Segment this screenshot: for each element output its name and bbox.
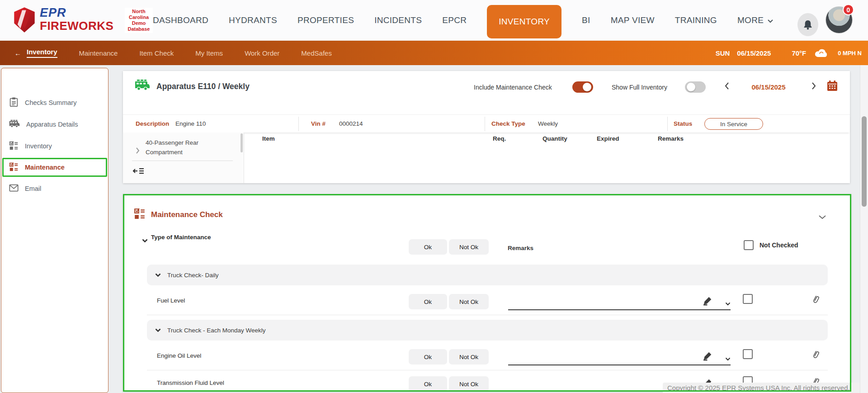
not-checked-checkbox[interactable]: [744, 240, 754, 250]
remark-input[interactable]: [508, 356, 731, 365]
nav-tab-more[interactable]: MORE: [737, 15, 774, 25]
row-checkbox[interactable]: [743, 349, 753, 359]
sidebar-item-label: Checks Summary: [25, 99, 76, 106]
maintenance-item-label: Engine Oil Level: [157, 352, 201, 359]
nav-tab-inventory[interactable]: INVENTORY: [487, 5, 561, 38]
caret-down-icon: [155, 271, 161, 279]
chevron-down-icon: [767, 15, 774, 25]
sidebar-item-maintenance[interactable]: Maintenance: [2, 158, 107, 177]
back-arrow-icon[interactable]: ←: [14, 49, 21, 57]
chevron-down-icon[interactable]: [725, 299, 731, 308]
collapse-section-chevron-icon[interactable]: [818, 213, 826, 221]
sidebar-item-label: Email: [25, 185, 41, 192]
collapse-panel-icon[interactable]: [132, 167, 145, 177]
nav-tab-label: HYDRANTS: [229, 15, 277, 25]
sidebar-item-email[interactable]: Email: [1, 178, 108, 199]
app-logo[interactable]: EPR FIREWORKS: [13, 7, 113, 33]
group-label: Truck Check - Each Monday Weekly: [167, 327, 266, 334]
not-ok-button[interactable]: Not Ok: [449, 376, 489, 392]
not-ok-all-button[interactable]: Not Ok: [449, 239, 489, 255]
sidebar-item-checks-summary[interactable]: Checks Summary: [1, 92, 108, 114]
description-value: Engine 110: [175, 120, 206, 127]
not-ok-button[interactable]: Not Ok: [449, 349, 489, 365]
next-date-button[interactable]: [811, 82, 816, 92]
pen-icon[interactable]: [703, 350, 713, 363]
subnav-item-my-items[interactable]: My Items: [195, 49, 223, 57]
subnav-item-inventory[interactable]: ←Inventory: [14, 48, 57, 58]
date-selector[interactable]: 06/15/2025: [741, 83, 796, 91]
previous-date-button[interactable]: [724, 82, 730, 92]
maintenance-groups: Truck Check- DailyFuel LevelOkNot Ok Tru…: [123, 265, 851, 392]
nav-tab-label: BI: [582, 15, 590, 25]
vin-label: Vin #: [311, 120, 326, 127]
nav-tab-training[interactable]: TRAINING: [675, 15, 717, 25]
ok-all-button[interactable]: Ok: [409, 239, 447, 255]
column-header-expired: Expired: [597, 135, 619, 142]
description-label: Description: [136, 120, 169, 127]
nav-tab-map-view[interactable]: MAP VIEW: [611, 15, 655, 25]
group-header-truck-check-each-monday-weekly[interactable]: Truck Check - Each Monday Weekly: [147, 320, 828, 341]
sidebar-item-label: Inventory: [25, 142, 52, 150]
check-type-label: Check Type: [491, 120, 525, 127]
logo-line1: EPR: [40, 7, 113, 19]
subnav-item-medsafes[interactable]: MedSafes: [301, 49, 332, 57]
nav-tab-label: MORE: [737, 15, 764, 25]
type-of-maintenance-caret-icon[interactable]: [142, 237, 148, 245]
top-header: EPR FIREWORKS North Carolina Demo Databa…: [0, 0, 868, 41]
nav-tab-dashboard[interactable]: DASHBOARD: [153, 15, 208, 25]
include-maintenance-check-toggle[interactable]: [572, 81, 593, 93]
user-avatar[interactable]: 0: [826, 6, 853, 33]
sidebar-item-label: Maintenance: [25, 164, 65, 171]
pen-icon[interactable]: [703, 295, 713, 308]
subnav-item-work-order[interactable]: Work Order: [245, 49, 279, 57]
not-checked-label: Not Checked: [760, 241, 798, 249]
main-nav: DASHBOARDHYDRANTSPROPERTIESINCIDENTSEPCR…: [153, 0, 774, 41]
remark-input[interactable]: [508, 301, 731, 310]
paperclip-icon[interactable]: [811, 294, 820, 307]
nav-tab-properties[interactable]: PROPERTIES: [297, 15, 354, 25]
subnav-item-label: My Items: [195, 49, 223, 57]
maintenance-row-fuel-level: Fuel LevelOkNot Ok: [123, 288, 851, 315]
subnav-item-label: Item Check: [139, 49, 174, 57]
maintenance-check-section: Maintenance Check Type of Maintenance Ok…: [123, 194, 851, 392]
nav-tab-label: EPCR: [442, 15, 467, 25]
nav-tab-label: TRAINING: [675, 15, 717, 25]
compartment-item[interactable]: 40-Passenger Rear Compartment: [146, 138, 218, 157]
row-checkbox[interactable]: [743, 294, 753, 304]
nav-tab-label: PROPERTIES: [297, 15, 354, 25]
sidebar-item-inventory[interactable]: Inventory: [1, 135, 108, 157]
nav-tab-epcr[interactable]: EPCR: [442, 15, 467, 25]
nav-tab-bi[interactable]: BI: [582, 15, 590, 25]
nav-tab-incidents[interactable]: INCIDENTS: [374, 15, 422, 25]
weather-wind: 0 MPH N: [838, 50, 862, 57]
panel-scrollbar[interactable]: [241, 133, 243, 152]
sidebar-item-apparatus-details[interactable]: Apparatus Details: [1, 114, 108, 135]
show-full-inventory-label: Show Full Inventory: [612, 84, 667, 91]
ok-button[interactable]: Ok: [409, 349, 447, 365]
ok-button[interactable]: Ok: [409, 376, 447, 392]
subnav-item-maintenance[interactable]: Maintenance: [79, 49, 118, 57]
apparatus-card: Apparatus E110 / Weekly Include Maintena…: [123, 71, 850, 183]
page-scrollbar[interactable]: [860, 65, 868, 393]
nav-tab-label: MAP VIEW: [611, 15, 655, 25]
paperclip-icon[interactable]: [811, 350, 820, 362]
status-label: Status: [674, 120, 692, 127]
not-ok-button[interactable]: Not Ok: [449, 294, 489, 309]
vin-value: 0000214: [339, 120, 363, 127]
subnav-item-item-check[interactable]: Item Check: [139, 49, 174, 57]
calendar-icon[interactable]: [826, 80, 838, 94]
inventory-subnav: ←InventoryMaintenanceItem CheckMy ItemsW…: [0, 41, 868, 65]
subnav-item-label: MedSafes: [301, 49, 332, 57]
column-header-remarks: Remarks: [658, 135, 684, 142]
type-of-maintenance-label: Type of Maintenance: [151, 234, 211, 241]
column-header-item: Item: [262, 135, 275, 142]
notifications-button[interactable]: [797, 13, 818, 36]
ok-button[interactable]: Ok: [409, 294, 447, 309]
nav-tab-hydrants[interactable]: HYDRANTS: [229, 15, 277, 25]
scrollbar-thumb[interactable]: [862, 116, 867, 207]
chevron-right-icon[interactable]: [136, 147, 140, 156]
show-full-inventory-toggle[interactable]: [685, 81, 706, 93]
chevron-down-icon[interactable]: [725, 355, 731, 363]
group-header-truck-check-daily[interactable]: Truck Check- Daily: [147, 265, 828, 285]
logo-line2: FIREWORKS: [40, 20, 113, 32]
